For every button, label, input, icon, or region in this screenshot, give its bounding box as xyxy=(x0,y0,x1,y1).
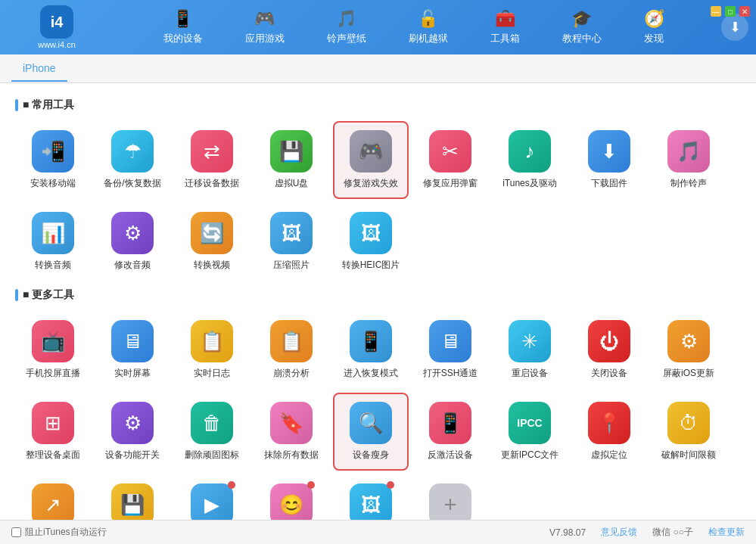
tool-item-crash-analyze[interactable]: 📋崩溃分析 xyxy=(254,311,329,389)
itunes-auto-run-area[interactable]: 阻止iTunes自动运行 xyxy=(11,526,107,539)
tool-item-expression-make[interactable]: 😊表情制作 xyxy=(254,474,329,520)
tool-icon-download-firmware: ⬇ xyxy=(588,130,630,173)
nav-item-ringtone-wallpaper[interactable]: 🎵铃声壁纸 xyxy=(306,3,387,51)
tool-item-fix-app-crash[interactable]: ✂修复应用弹窗 xyxy=(412,121,488,199)
nav-item-toolbox[interactable]: 🧰工具箱 xyxy=(469,3,541,51)
tool-label-organize-desktop: 整理设备桌面 xyxy=(26,449,80,462)
version-label: V7.98.07 xyxy=(549,527,586,538)
tool-icon-fix-app-crash: ✂ xyxy=(429,130,471,173)
tool-item-backup-guide[interactable]: 💾备份引导区数据 xyxy=(95,474,170,520)
itunes-auto-run-checkbox[interactable] xyxy=(11,527,21,537)
tool-item-device-slim[interactable]: 🔍设备瘦身 xyxy=(333,393,409,471)
tool-icon-install-app: 📲 xyxy=(32,130,74,173)
tool-item-organize-desktop[interactable]: ⊞整理设备桌面 xyxy=(15,393,91,471)
tool-item-install-app[interactable]: 📲安装移动端 xyxy=(15,121,91,199)
tutorial-label: 教程中心 xyxy=(562,32,602,45)
tool-item-itunes-driver[interactable]: ♪iTunes及驱动 xyxy=(492,121,568,199)
download-button[interactable]: ⬇ xyxy=(721,14,748,41)
tool-icon-photo-restore: 🖼 xyxy=(350,483,392,520)
badge-expression-make xyxy=(307,481,315,489)
tool-icon-fake-location: 📍 xyxy=(588,402,630,444)
tool-item-screen-cast[interactable]: 📺手机投屏直播 xyxy=(15,311,91,389)
tool-item-download-firmware[interactable]: ⬇下载固件 xyxy=(571,121,647,199)
tool-label-ssh-tunnel: 打开SSH通道 xyxy=(423,367,478,380)
tool-item-fake-location[interactable]: 📍虚拟定位 xyxy=(571,393,647,471)
tool-item-recovery-mode[interactable]: 📱进入恢复模式 xyxy=(333,311,409,389)
tool-item-modify-audio[interactable]: ⚙修改音频 xyxy=(95,203,170,281)
tool-item-wipe-all-data[interactable]: 🔖抹除所有数据 xyxy=(254,393,329,471)
tool-label-block-ios-update: 屏蔽iOS更新 xyxy=(663,367,714,380)
tool-icon-deactivate-device: 📱 xyxy=(429,402,471,444)
tool-item-migrate-data[interactable]: ⇄迁移设备数据 xyxy=(174,121,250,199)
tool-icon-compress-photo: 🖼 xyxy=(270,212,313,254)
device-tab-iphone[interactable]: iPhone xyxy=(11,56,67,82)
check-update-link[interactable]: 检查更新 xyxy=(708,526,745,539)
tool-label-fix-game: 修复游戏失效 xyxy=(344,177,398,190)
tool-item-block-ios-update[interactable]: ⚙屏蔽iOS更新 xyxy=(651,311,726,389)
discover-label: 发现 xyxy=(644,32,664,45)
tool-icon-edit: + xyxy=(429,483,471,520)
tool-item-virtual-usb[interactable]: 💾虚拟U盘 xyxy=(254,121,329,199)
jailbreak-label: 刷机越狱 xyxy=(409,32,448,45)
tool-item-update-ipcc[interactable]: IPCC更新IPCC文件 xyxy=(492,393,568,471)
tool-item-make-ringtone[interactable]: 🎵制作铃声 xyxy=(651,121,726,199)
my-device-icon: 📱 xyxy=(173,9,193,29)
nav-items: 📱我的设备🎮应用游戏🎵铃声壁纸🔓刷机越狱🧰工具箱🎓教程中心🧭发现 xyxy=(106,3,721,51)
close-button[interactable]: ✕ xyxy=(739,6,750,17)
tool-item-aisi-player[interactable]: ▶爱思播放器 xyxy=(174,474,250,520)
tool-icon-shutdown-device: ⏻ xyxy=(588,320,630,362)
tool-item-convert-video[interactable]: 🔄转换视频 xyxy=(174,203,250,281)
tool-item-delete-stubborn-icon[interactable]: 🗑删除顽固图标 xyxy=(174,393,250,471)
nav-item-my-device[interactable]: 📱我的设备 xyxy=(142,3,224,51)
tool-label-install-app: 安装移动端 xyxy=(30,177,76,190)
tool-item-break-time-limit[interactable]: ⏱破解时间限额 xyxy=(651,393,726,471)
tool-item-reboot-device[interactable]: ✳重启设备 xyxy=(492,311,568,389)
minimize-button[interactable]: — xyxy=(711,6,721,17)
tool-item-realtime-log[interactable]: 📋实时日志 xyxy=(174,311,250,389)
tool-item-ssh-tunnel[interactable]: 🖥打开SSH通道 xyxy=(412,311,488,389)
maximize-button[interactable]: □ xyxy=(725,6,736,17)
nav-right: ⬇ xyxy=(721,14,748,41)
tool-icon-fix-game: 🎮 xyxy=(350,130,392,173)
tool-grid-common-tools: 📲安装移动端☂备份/恢复数据⇄迁移设备数据💾虚拟U盘🎮修复游戏失效✂修复应用弹窗… xyxy=(15,121,741,281)
tool-item-device-func-switch[interactable]: ⚙设备功能开关 xyxy=(95,393,170,471)
section-label-more-tools: ■ 更多工具 xyxy=(23,288,74,302)
tool-label-crash-analyze: 崩溃分析 xyxy=(273,367,310,380)
tool-item-jump-to-settings[interactable]: ↗跳过设置向导 xyxy=(15,474,91,520)
tool-icon-expression-make: 😊 xyxy=(270,483,313,520)
tool-item-backup-restore[interactable]: ☂备份/恢复数据 xyxy=(95,121,170,199)
status-bar: 阻止iTunes自动运行 V7.98.07 意见反馈 微信 ○○子 检查更新 xyxy=(0,520,756,544)
discover-icon: 🧭 xyxy=(644,9,664,29)
tool-item-convert-audio[interactable]: 📊转换音频 xyxy=(15,203,91,281)
header: i4 www.i4.cn 📱我的设备🎮应用游戏🎵铃声壁纸🔓刷机越狱🧰工具箱🎓教程… xyxy=(0,0,756,54)
device-bar: iPhone xyxy=(0,54,756,83)
nav-item-jailbreak[interactable]: 🔓刷机越狱 xyxy=(387,3,469,51)
wechat-label: 微信 ○○子 xyxy=(652,526,693,539)
tool-item-edit[interactable]: +编辑 xyxy=(412,474,488,520)
tool-item-realtime-screen[interactable]: 🖥实时屏幕 xyxy=(95,311,170,389)
tool-icon-modify-audio: ⚙ xyxy=(111,212,154,254)
nav-item-tutorial[interactable]: 🎓教程中心 xyxy=(541,3,623,51)
tool-label-shutdown-device: 关闭设备 xyxy=(591,367,627,380)
tool-label-fix-app-crash: 修复应用弹窗 xyxy=(423,177,478,190)
tool-icon-block-ios-update: ⚙ xyxy=(667,320,710,362)
tool-label-convert-heic: 转换HEIC图片 xyxy=(342,259,400,272)
tool-item-convert-heic[interactable]: 🖼转换HEIC图片 xyxy=(333,203,409,281)
tool-item-compress-photo[interactable]: 🖼压缩照片 xyxy=(254,203,329,281)
tool-label-make-ringtone: 制作铃声 xyxy=(670,177,707,190)
tool-item-shutdown-device[interactable]: ⏻关闭设备 xyxy=(571,311,647,389)
nav-item-apps-games[interactable]: 🎮应用游戏 xyxy=(224,3,306,51)
tool-item-photo-restore[interactable]: 🖼图片去重 xyxy=(333,474,409,520)
tool-icon-device-slim: 🔍 xyxy=(350,402,392,444)
tool-icon-screen-cast: 📺 xyxy=(32,320,74,362)
tool-label-convert-video: 转换视频 xyxy=(194,259,230,272)
feedback-link[interactable]: 意见反馈 xyxy=(601,526,637,539)
section-header-more-tools: ■ 更多工具 xyxy=(15,288,741,302)
tool-icon-convert-video: 🔄 xyxy=(191,212,233,254)
tool-label-fake-location: 虚拟定位 xyxy=(591,449,627,462)
tool-grid-more-tools: 📺手机投屏直播🖥实时屏幕📋实时日志📋崩溃分析📱进入恢复模式🖥打开SSH通道✳重启… xyxy=(15,311,741,520)
tool-icon-realtime-log: 📋 xyxy=(191,320,233,362)
nav-item-discover[interactable]: 🧭发现 xyxy=(623,3,686,51)
tool-item-deactivate-device[interactable]: 📱反激活设备 xyxy=(412,393,488,471)
tool-item-fix-game[interactable]: 🎮修复游戏失效 xyxy=(333,121,409,199)
